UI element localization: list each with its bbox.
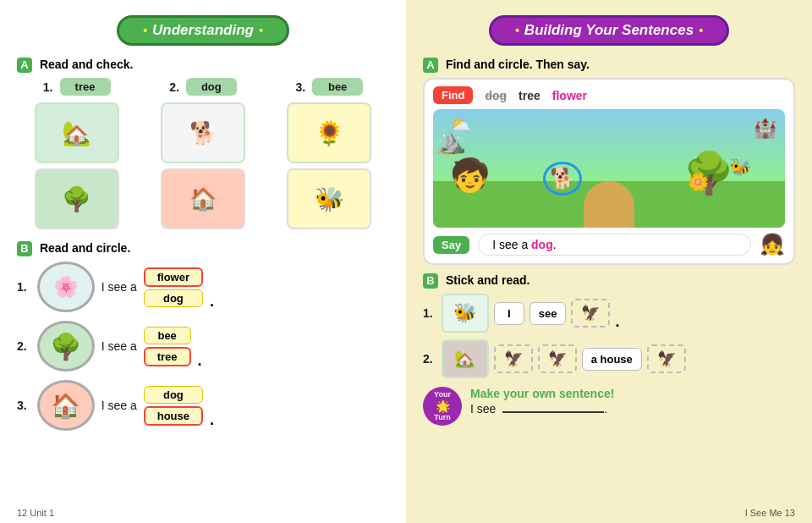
choice-stack-1: flower dog	[144, 267, 203, 307]
right-section-b-label: B Stick and read.	[423, 273, 795, 289]
stick-box-2b: 🦅	[538, 344, 577, 373]
stick-word-i: I	[494, 302, 524, 325]
right-section-b-instruction: Stick and read.	[446, 273, 530, 287]
col2-word: dog	[186, 78, 237, 96]
find-word-dog: dog	[485, 89, 507, 102]
find-row: Find dog tree flower	[433, 86, 785, 104]
scene-illustration: ⛅ ⛰️ 🌳 🏰 🧒 🐕 🌼 🐝	[433, 109, 785, 228]
say-highlight: dog	[531, 238, 553, 251]
choice-3a: dog	[144, 386, 203, 404]
col3-word: bee	[312, 78, 363, 96]
check-col-3: 3. bee 🌻 🐝	[270, 78, 389, 229]
bird-icon-2c: 🦅	[657, 350, 676, 368]
col3-num: 3.	[295, 80, 305, 94]
stick-item-1: 1. 🐝 I see 🦅 .	[423, 294, 795, 333]
choice-2b: tree	[144, 347, 191, 366]
flower-scene: 🌼	[688, 172, 709, 192]
choice-stack-3: dog house	[144, 386, 203, 426]
letter-a: A	[17, 58, 32, 73]
i-see-text-3: I see a	[102, 399, 137, 412]
stick-box-1: 🦅	[571, 299, 610, 328]
stick-house-text: a house	[582, 348, 642, 371]
i-see-text-2: I see a	[102, 339, 137, 353]
circle-img-3: 🏠	[37, 380, 95, 431]
circle-img-2: 🌳	[37, 321, 95, 372]
read-check-grid: 1. tree 🏡 🌳 2. dog 🐕 🏠 3. bee 🌻 🐝	[17, 78, 389, 229]
col2-bottom-img: 🏠	[161, 168, 245, 229]
section-a-label: A Read and check.	[17, 58, 389, 73]
circle-item-2: 2. 🌳 I see a bee tree .	[17, 321, 389, 372]
stick-img-2: 🏡	[442, 339, 489, 378]
stick-item-2: 2. 🏡 🦅 🦅 a house 🦅	[423, 339, 795, 378]
your-turn-badge: Your 🌟 Turn	[423, 387, 462, 426]
bird-icon-2b: 🦅	[548, 350, 567, 368]
circle-img-1: 🌸	[37, 262, 95, 312]
choice-2a: bee	[144, 327, 191, 344]
scene-path	[584, 181, 634, 228]
child-character: 🧒	[450, 157, 490, 194]
say-badge: Say	[433, 236, 469, 254]
bird-icon-2a: 🦅	[504, 350, 523, 368]
stick-box-2a: 🦅	[494, 344, 533, 373]
circle-item-3: 3. 🏠 I see a dog house .	[17, 380, 389, 431]
find-word-tree: tree	[518, 89, 540, 102]
understanding-badge: Understanding	[117, 15, 289, 46]
right-letter-a: A	[423, 58, 438, 73]
right-panel: Building Your Sentences A Find and circl…	[406, 0, 812, 523]
choice-stack-2: bee tree	[144, 327, 191, 366]
dog-circled: 🐕	[543, 162, 582, 195]
check-col-2: 2. dog 🐕 🏠	[143, 78, 262, 229]
right-section-a-label: A Find and circle. Then say.	[423, 58, 795, 73]
section-a-instruction: Read and check.	[40, 58, 134, 71]
col1-num: 1.	[43, 80, 53, 94]
find-badge: Find	[433, 86, 473, 104]
circle-item-1: 1. 🌸 I see a flower dog .	[17, 262, 389, 312]
col1-top-img: 🏡	[35, 102, 119, 163]
left-panel: Understanding A Read and check. 1. tree …	[0, 0, 406, 523]
your-turn-underline	[502, 411, 604, 413]
your-turn-content: Make your own sentence! I see .	[470, 387, 614, 416]
left-header: Understanding	[17, 15, 389, 46]
say-avatar: 👧	[760, 233, 785, 256]
say-sentence: I see a dog.	[478, 234, 751, 256]
bird-icon-1: 🦅	[581, 304, 600, 322]
say-row: Say I see a dog. 👧	[433, 233, 785, 256]
col1-bottom-img: 🌳	[35, 168, 119, 229]
building-sentences-badge: Building Your Sentences	[489, 15, 729, 46]
col2-num: 2.	[169, 80, 179, 94]
find-word-flower: flower	[552, 89, 587, 102]
right-section-a-instruction: Find and circle. Then say.	[446, 58, 590, 71]
section-b-label: B Read and circle.	[17, 241, 389, 256]
col3-top-img: 🌻	[287, 102, 371, 163]
col1-word: tree	[60, 78, 111, 96]
bee-scene: 🐝	[730, 157, 751, 177]
mountain-icon: ⛰️	[435, 126, 466, 156]
check-col-1: 1. tree 🏡 🌳	[17, 78, 136, 229]
choice-1b: dog	[144, 289, 203, 307]
col2-top-img: 🐕	[161, 102, 245, 163]
right-footer: I See Me 13	[745, 508, 795, 518]
find-circle-box: Find dog tree flower ⛅ ⛰️ 🌳 🏰 🧒 🐕 🌼 🐝	[423, 78, 795, 265]
choice-3b: house	[144, 406, 203, 426]
your-turn-prompt: Make your own sentence!	[470, 387, 614, 400]
i-see-text-1: I see a	[102, 280, 137, 294]
your-turn-line: I see .	[470, 402, 614, 416]
left-footer: 12 Unit 1	[17, 508, 54, 518]
stick-img-1: 🐝	[442, 294, 489, 333]
castle-scene: 🏰	[754, 118, 776, 140]
letter-b: B	[17, 241, 32, 256]
your-turn-section: Your 🌟 Turn Make your own sentence! I se…	[423, 387, 795, 426]
stick-box-2c: 🦅	[647, 344, 686, 373]
col3-bottom-img: 🐝	[287, 168, 371, 229]
stick-word-see: see	[529, 302, 567, 325]
right-header: Building Your Sentences	[423, 15, 795, 46]
right-letter-b: B	[423, 273, 438, 289]
section-b-instruction: Read and circle.	[40, 241, 130, 255]
choice-1a: flower	[144, 267, 203, 287]
